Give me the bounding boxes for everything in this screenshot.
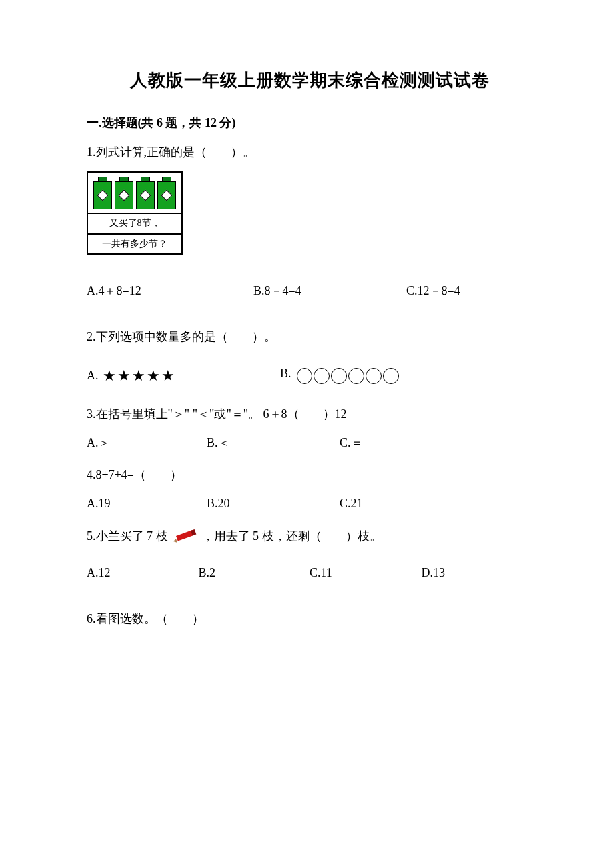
circles-icon	[297, 368, 399, 384]
pencil-icon	[171, 529, 199, 544]
q1-stem: 1.列式计算,正确的是（ ）。	[87, 143, 533, 162]
q1-figure: 又买了8节， 一共有多少节？	[87, 171, 183, 255]
figure-caption-1: 又买了8节，	[88, 214, 181, 234]
q5-option-d: D.13	[422, 563, 534, 583]
q4-stem: 4.8+7+4=（ ）	[87, 465, 533, 485]
q5-stem: 5.小兰买了 7 枝 ，用去了 5 枝，还剩（ ）枝。	[87, 527, 533, 546]
q5-stem-b: ，用去了 5 枝，还剩（ ）枝。	[202, 529, 382, 543]
q5-options: A.12 B.2 C.11 D.13	[87, 563, 533, 583]
exam-page: 人教版一年级上册数学期末综合检测测试试卷 一.选择题(共 6 题，共 12 分)…	[0, 0, 613, 868]
q1-option-c: C.12－8=4	[406, 281, 533, 301]
q5-option-c: C.11	[310, 563, 422, 583]
circle-icon	[314, 368, 330, 384]
q2-option-b: B.	[280, 364, 399, 384]
circle-icon	[331, 368, 347, 384]
q2-options: A. ★★★★★ B.	[87, 364, 533, 387]
battery-row	[88, 173, 181, 214]
q3-options: A.＞ B.＜ C.＝	[87, 433, 533, 453]
q6-stem: 6.看图选数。（ ）	[87, 609, 533, 629]
q4-option-c: C.21	[340, 494, 533, 513]
q3-option-a: A.＞	[87, 433, 207, 453]
q3-option-b: B.＜	[207, 433, 340, 453]
q4-options: A.19 B.20 C.21	[87, 494, 533, 513]
battery-icon	[157, 177, 176, 209]
q3-stem: 3.在括号里填上"＞" "＜"或"＝"。 6＋8（ ）12	[87, 405, 533, 424]
circle-icon	[383, 368, 399, 384]
q3-option-c: C.＝	[340, 433, 533, 453]
section-1-header: 一.选择题(共 6 题，共 12 分)	[87, 113, 533, 133]
q5-option-b: B.2	[199, 563, 310, 583]
figure-caption-2: 一共有多少节？	[88, 235, 181, 253]
battery-icon	[115, 177, 133, 209]
q2-b-label: B.	[280, 364, 291, 383]
q1-option-b: B.8－4=4	[253, 281, 406, 301]
q1-option-a: A.4＋8=12	[87, 281, 253, 301]
q2-option-a: A. ★★★★★	[87, 364, 280, 387]
circle-icon	[297, 368, 312, 384]
q4-option-b: B.20	[207, 494, 340, 513]
q1-options: A.4＋8=12 B.8－4=4 C.12－8=4	[87, 281, 533, 301]
q2-a-label: A.	[87, 366, 99, 385]
q5-option-a: A.12	[87, 563, 199, 583]
battery-icon	[93, 177, 112, 209]
page-title: 人教版一年级上册数学期末综合检测测试试卷	[87, 67, 533, 95]
svg-marker-0	[173, 539, 177, 543]
stars-icon: ★★★★★	[103, 364, 176, 387]
q5-stem-a: 5.小兰买了 7 枝	[87, 529, 171, 543]
circle-icon	[348, 368, 364, 384]
q4-option-a: A.19	[87, 494, 207, 513]
circle-icon	[366, 368, 382, 384]
battery-icon	[136, 177, 155, 209]
q2-stem: 2.下列选项中数量多的是（ ）。	[87, 327, 533, 347]
